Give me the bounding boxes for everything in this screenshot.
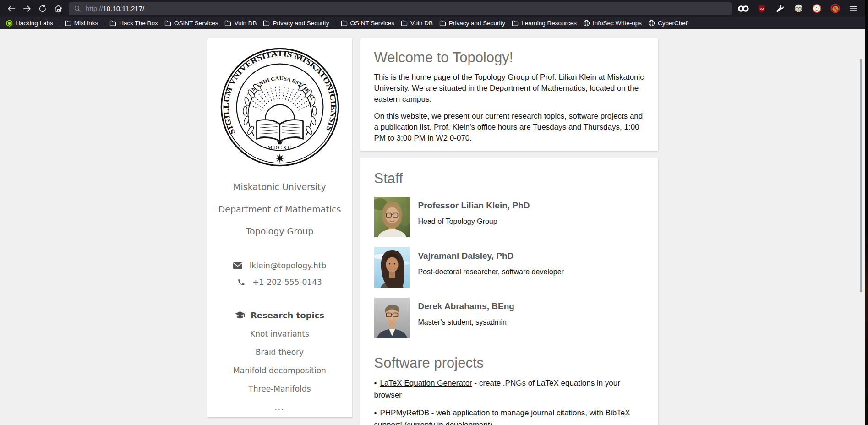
folder-icon: [341, 20, 348, 26]
page-content: SIGILLUM VNIVERSITATIS MISKATONICIENSIS …: [207, 38, 658, 425]
home-button[interactable]: [50, 2, 66, 16]
main-column: Welcome to Topology! This is the home pa…: [360, 38, 658, 425]
group-name: Topology Group: [217, 226, 343, 236]
bookmark-hacking-labs[interactable]: Hacking Labs: [3, 18, 56, 28]
folder-icon: [224, 20, 231, 26]
back-button[interactable]: [4, 2, 19, 16]
staff-row-daisley: Vajramani Daisley, PhD Post-doctoral res…: [374, 247, 644, 288]
research-topics-header: Research topics: [217, 311, 343, 320]
email-row: lklein@topology.htb: [217, 261, 343, 270]
page-scrollbar-thumb[interactable]: [860, 59, 862, 292]
welcome-paragraph-1: This is the home page of the Topology Gr…: [374, 72, 644, 105]
folder-icon: [164, 20, 171, 26]
url-bar[interactable]: http://10.10.11.217/: [69, 2, 732, 15]
folder-icon: [439, 20, 446, 26]
research-topic: Knot invariants: [217, 329, 343, 338]
user-agent-switcher-icon: [794, 4, 803, 13]
desktop-edge-strip: [865, 0, 868, 425]
bookmarks-separator: [104, 19, 104, 27]
menu-button[interactable]: [846, 2, 861, 16]
staff-name: Derek Abrahams, BEng: [418, 301, 514, 311]
staff-title: Staff: [374, 170, 644, 187]
bookmark-label: MisLinks: [74, 20, 98, 27]
bookmark-folder-osint-services-1[interactable]: OSINT Services: [161, 18, 222, 28]
bookmark-folder-osint-services-2[interactable]: OSINT Services: [338, 18, 398, 28]
folder-icon: [263, 20, 270, 26]
bookmarks-separator: [335, 19, 335, 27]
staff-info: Derek Abrahams, BEng Master's student, s…: [418, 298, 514, 338]
staff-role: Master's student, sysadmin: [418, 318, 514, 327]
photo-derek-abrahams: [374, 298, 410, 338]
ublock-origin-icon: uO: [757, 4, 766, 13]
bookmark-folder-vuln-db-1[interactable]: Vuln DB: [221, 18, 260, 28]
staff-name: Vajramani Daisley, PhD: [418, 251, 564, 261]
envelope-icon: [233, 262, 242, 269]
bookmark-folder-privacy-security-1[interactable]: Privacy and Security: [260, 18, 332, 28]
latex-equation-generator-link[interactable]: LaTeX Equation Generator: [380, 379, 472, 387]
staff-software-card: Staff: [360, 158, 658, 425]
folder-icon: [401, 20, 408, 26]
home-icon: [54, 4, 63, 13]
bookmark-label: Privacy and Security: [273, 20, 329, 27]
software-item-phpmyrefdb: •PHPMyRefDB - web application to manage …: [374, 407, 644, 425]
duckduckgo-button[interactable]: [809, 2, 824, 16]
software-projects-title: Software projects: [374, 354, 644, 371]
globe-icon: [583, 20, 590, 27]
user-agent-switcher-button[interactable]: [791, 2, 806, 16]
cookie-blocker-button[interactable]: [828, 2, 842, 16]
wappalyzer-button[interactable]: [773, 2, 787, 16]
email-text: lklein@topology.htb: [250, 261, 327, 270]
bookmark-label: Vuln DB: [234, 20, 257, 27]
reload-button[interactable]: [35, 2, 50, 16]
htb-cube-icon: [6, 20, 13, 27]
bookmark-label: Vuln DB: [410, 20, 433, 27]
reload-icon: [38, 4, 47, 13]
research-topic: Three-Manifolds: [217, 384, 343, 393]
browser-chrome: http://10.10.11.217/ uO: [0, 0, 865, 29]
graduation-cap-icon: [235, 311, 245, 320]
welcome-card: Welcome to Topology! This is the home pa…: [360, 38, 658, 151]
bookmark-cyberchef[interactable]: CyberChef: [645, 18, 691, 28]
folder-icon: [512, 20, 519, 26]
bullet: •: [374, 409, 377, 417]
seal-star: [275, 153, 284, 163]
staff-row-abrahams: Derek Abrahams, BEng Master's student, s…: [374, 298, 644, 338]
forward-icon: [22, 4, 32, 14]
bookmark-folder-mislinks[interactable]: MisLinks: [61, 18, 102, 28]
web-page: SIGILLUM VNIVERSITATIS MISKATONICIENSIS …: [0, 29, 865, 425]
bookmark-label: OSINT Services: [350, 20, 395, 27]
bookmark-label: Learning Resources: [521, 20, 577, 27]
hamburger-menu-icon: [849, 4, 858, 13]
university-name: Miskatonic University: [217, 182, 343, 192]
folder-icon: [109, 20, 116, 26]
url-scheme: http://: [86, 5, 103, 12]
phone-icon: [237, 278, 245, 286]
bookmark-label: OSINT Services: [174, 20, 218, 27]
photo-lilian-klein: [374, 197, 410, 237]
sidebar-card: SIGILLUM VNIVERSITATIS MISKATONICIENSIS …: [207, 38, 352, 417]
staff-role: Head of Topology Group: [418, 218, 530, 226]
folder-icon: [65, 20, 71, 26]
bookmarks-bar: Hacking Labs MisLinks Hack The Box OSINT…: [0, 17, 865, 29]
staff-name: Professor Lilian Klein, PhD: [418, 201, 530, 211]
back-icon: [6, 4, 16, 14]
photo-vajramani-daisley: [374, 247, 410, 288]
bookmark-label: Privacy and Security: [449, 20, 505, 27]
ublock-badge: uO: [760, 7, 764, 10]
foxyproxy-infinity-icon: [737, 5, 749, 12]
bookmark-infosec-writeups[interactable]: InfoSec Write-ups: [580, 18, 645, 28]
ublock-origin-button[interactable]: uO: [754, 2, 769, 16]
contact-block: lklein@topology.htb +1-202-555-0143: [217, 261, 343, 287]
bookmark-folder-vuln-db-2[interactable]: Vuln DB: [398, 18, 436, 28]
extension-cluster: uO: [736, 2, 862, 16]
staff-info: Vajramani Daisley, PhD Post-doctoral res…: [418, 247, 564, 288]
url-host: 10.10.11.217/: [103, 5, 145, 12]
forward-button[interactable]: [19, 2, 35, 16]
bookmark-folder-privacy-security-2[interactable]: Privacy and Security: [436, 18, 508, 28]
bullet: •: [374, 379, 377, 387]
bookmark-folder-hack-the-box[interactable]: Hack The Box: [106, 18, 161, 28]
foxyproxy-button[interactable]: [736, 2, 751, 16]
software-item-text: PHPMyRefDB - web application to manage j…: [374, 409, 630, 425]
university-seal: SIGILLUM VNIVERSITATIS MISKATONICIENSIS …: [219, 46, 341, 168]
bookmark-folder-learning-resources[interactable]: Learning Resources: [508, 18, 580, 28]
